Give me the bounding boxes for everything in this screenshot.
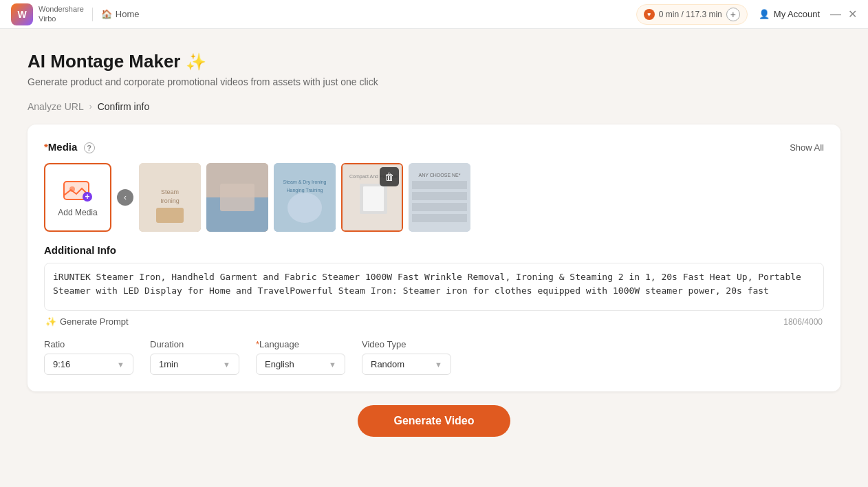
media-thumb-4[interactable]: Compact And Portable 🗑 (341, 163, 403, 232)
add-credits-button[interactable]: + (726, 8, 740, 21)
main-content: AI Montage Maker ✨ Generate product and … (0, 29, 868, 487)
page-title: AI Montage Maker ✨ (28, 51, 840, 72)
account-icon: 👤 (759, 9, 770, 19)
media-label: *Media ? (44, 141, 95, 153)
ratio-group: Ratio 9:16 ▼ (44, 339, 133, 375)
divider (92, 8, 93, 21)
textarea-container: iRUNTEK Steamer Iron, Handheld Garment a… (44, 263, 824, 329)
svg-text:Ironing: Ironing (160, 197, 180, 204)
home-icon: 🏠 (101, 9, 112, 19)
breadcrumb-step2: Confirm info (98, 101, 149, 112)
chevron-down-icon: ▼ (223, 360, 230, 369)
add-media-icon: + (63, 177, 93, 202)
generate-prompt-button[interactable]: ✨ Generate Prompt (45, 316, 129, 327)
delete-media-button[interactable]: 🗑 (380, 167, 399, 186)
credits-badge: ♥ 0 min / 117.3 min + (636, 4, 748, 25)
svg-rect-25 (412, 214, 467, 222)
media-nav-prev-button[interactable]: ‹ (117, 189, 133, 206)
video-type-label: Video Type (362, 339, 451, 349)
svg-rect-23 (412, 192, 467, 200)
breadcrumb: Analyze URL › Confirm info (28, 101, 840, 112)
char-count: 1806/4000 (783, 317, 823, 327)
ratio-select[interactable]: 9:16 ▼ (44, 354, 133, 375)
duration-select[interactable]: 1min ▼ (150, 354, 239, 375)
settings-row: Ratio 9:16 ▼ Duration 1min ▼ *Language (44, 339, 824, 375)
page-subtitle: Generate product and corporate promotion… (28, 76, 840, 87)
media-thumb-5[interactable]: ANY CHOOSE NE* (409, 163, 470, 232)
svg-text:ANY CHOOSE NE*: ANY CHOOSE NE* (419, 173, 461, 177)
title-bar-left: W Wondershare Virbo 🏠 Home (11, 3, 140, 25)
svg-rect-22 (412, 181, 467, 189)
breadcrumb-step1: Analyze URL (28, 101, 84, 112)
language-group: *Language English ▼ (256, 339, 345, 375)
add-media-label: Add Media (58, 208, 97, 217)
home-link[interactable]: 🏠 Home (101, 9, 140, 19)
svg-text:Hanging Training: Hanging Training (287, 188, 323, 193)
media-thumbnails: Steam Ironing (139, 163, 824, 232)
language-label: *Language (256, 339, 345, 349)
media-grid: + Add Media ‹ Steam Ironing (44, 163, 824, 232)
svg-rect-8 (156, 208, 184, 223)
chevron-down-icon: ▼ (435, 360, 442, 369)
show-all-button[interactable]: Show All (790, 142, 824, 153)
add-media-box[interactable]: + Add Media (44, 163, 111, 232)
svg-point-15 (287, 193, 322, 223)
close-button[interactable]: ✕ (847, 10, 857, 19)
textarea-footer: ✨ Generate Prompt 1806/4000 (44, 314, 824, 329)
title-bar-right: ♥ 0 min / 117.3 min + 👤 My Account — ✕ (636, 4, 857, 25)
media-thumb-1[interactable]: Steam Ironing (139, 163, 201, 232)
chevron-down-icon: ▼ (329, 360, 336, 369)
minimize-button[interactable]: — (831, 10, 840, 19)
svg-rect-24 (412, 203, 467, 211)
media-section-header: *Media ? Show All (44, 141, 824, 153)
svg-text:Steam & Dry Ironing: Steam & Dry Ironing (283, 180, 326, 185)
generate-video-button[interactable]: Generate Video (358, 405, 510, 437)
svg-rect-19 (363, 186, 384, 211)
app-name-text: Wondershare Virbo (39, 5, 84, 23)
additional-info-title: Additional Info (44, 244, 824, 256)
breadcrumb-separator: › (89, 102, 92, 111)
chevron-down-icon: ▼ (117, 360, 124, 369)
window-controls: — ✕ (831, 10, 857, 19)
credits-text: 0 min / 117.3 min (659, 10, 722, 19)
svg-text:Steam: Steam (161, 188, 179, 195)
logo-area: W Wondershare Virbo (11, 3, 84, 25)
language-select[interactable]: English ▼ (256, 354, 345, 375)
video-type-group: Video Type Random ▼ (362, 339, 451, 375)
app-logo-icon: W (11, 3, 33, 25)
credits-icon: ♥ (644, 9, 655, 20)
media-thumb-3[interactable]: Steam & Dry Ironing Hanging Training (274, 163, 336, 232)
wand-icon: ✨ (45, 316, 56, 327)
additional-info-textarea[interactable]: iRUNTEK Steamer Iron, Handheld Garment a… (44, 263, 824, 311)
ratio-label: Ratio (44, 339, 133, 349)
media-help-icon[interactable]: ? (84, 142, 95, 153)
svg-text:+: + (85, 192, 89, 202)
app-name: Wondershare Virbo (39, 5, 84, 23)
account-button[interactable]: 👤 My Account (759, 9, 820, 19)
duration-label: Duration (150, 339, 239, 349)
generate-section: Generate Video (28, 391, 840, 437)
title-bar: W Wondershare Virbo 🏠 Home ♥ 0 min / 117… (0, 0, 868, 29)
video-type-select[interactable]: Random ▼ (362, 354, 451, 375)
duration-group: Duration 1min ▼ (150, 339, 239, 375)
main-card: *Media ? Show All + (28, 125, 840, 391)
svg-rect-11 (220, 184, 254, 211)
media-thumb-2[interactable] (206, 163, 268, 232)
